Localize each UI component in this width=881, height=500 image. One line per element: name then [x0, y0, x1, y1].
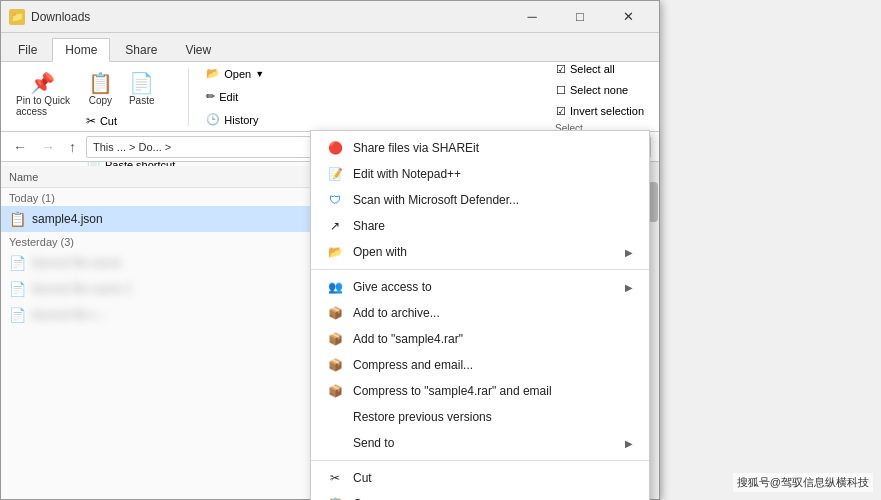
cut-label: Cut: [100, 115, 117, 127]
close-button[interactable]: ✕: [605, 1, 651, 33]
invert-icon: ☑: [556, 105, 566, 118]
copy-paste-row: 📋 Copy 📄 Paste: [81, 68, 180, 109]
separator-1: [311, 269, 649, 270]
copy-icon: 📋: [88, 71, 113, 95]
cut-icon: ✂: [86, 114, 96, 128]
send-to-arrow: ▶: [625, 438, 633, 449]
select-all-button[interactable]: ☑ Select all: [549, 60, 651, 79]
open-with-arrow: ▶: [625, 247, 633, 258]
paste-label: Paste: [129, 95, 155, 106]
ctx-add-sample4[interactable]: 📦 Add to "sample4.rar": [311, 326, 649, 352]
ctx-notepad[interactable]: 📝 Edit with Notepad++: [311, 161, 649, 187]
ctx-share[interactable]: ↗ Share: [311, 213, 649, 239]
give-access-arrow: ▶: [625, 282, 633, 293]
json-file-icon: 📋: [9, 211, 26, 227]
watermark: 搜狐号@驾驭信息纵横科技: [733, 473, 873, 492]
invert-selection-button[interactable]: ☑ Invert selection: [549, 102, 651, 121]
ribbon-tabs: File Home Share View: [1, 33, 659, 61]
paste-button[interactable]: 📄 Paste: [122, 68, 162, 109]
open-with-icon: 📂: [327, 244, 343, 260]
open-button[interactable]: 📂 Open ▼: [201, 64, 269, 83]
ctx-send-to[interactable]: Send to ▶: [311, 430, 649, 456]
select-none-icon: ☐: [556, 84, 566, 97]
defender-icon: 🛡: [327, 192, 343, 208]
archive-icon-1: 📦: [327, 305, 343, 321]
archive-icon-2: 📦: [327, 331, 343, 347]
give-access-icon: 👥: [327, 279, 343, 295]
ctx-cut[interactable]: ✂ Cut: [311, 465, 649, 491]
history-button[interactable]: 🕒 History: [201, 110, 269, 129]
separator-2: [311, 460, 649, 461]
pin-label: Pin to Quickaccess: [16, 95, 70, 117]
shareit-icon: 🔴: [327, 140, 343, 156]
paste-icon: 📄: [129, 71, 154, 95]
ctx-restore[interactable]: Restore previous versions: [311, 404, 649, 430]
ctx-give-access[interactable]: 👥 Give access to ▶: [311, 274, 649, 300]
cut-ctx-icon: ✂: [327, 470, 343, 486]
copy-label: Copy: [89, 95, 112, 106]
tab-file[interactable]: File: [5, 38, 50, 61]
maximize-button[interactable]: □: [557, 1, 603, 33]
ribbon-content: 📌 Pin to Quickaccess 📋 Copy 📄 Paste: [1, 61, 659, 131]
select-none-button[interactable]: ☐ Select none: [549, 81, 651, 100]
tab-share[interactable]: Share: [112, 38, 170, 61]
cut-button[interactable]: ✂ Cut: [81, 111, 180, 131]
title-bar: 📁 Downloads ─ □ ✕: [1, 1, 659, 33]
ctx-add-archive[interactable]: 📦 Add to archive...: [311, 300, 649, 326]
tab-view[interactable]: View: [172, 38, 224, 61]
select-group: ☑ Select all ☐ Select none ☑ Invert sele…: [549, 60, 651, 134]
file-icon-3: 📄: [9, 281, 26, 297]
file-icon-4: 📄: [9, 307, 26, 323]
share-icon: ↗: [327, 218, 343, 234]
ctx-shareit[interactable]: 🔴 Share files via SHAREit: [311, 135, 649, 161]
select-all-icon: ☑: [556, 63, 566, 76]
open-icon: 📂: [206, 67, 220, 80]
copy-ctx-icon: 📋: [327, 496, 343, 500]
ctx-compress-email[interactable]: 📦 Compress and email...: [311, 352, 649, 378]
minimize-button[interactable]: ─: [509, 1, 555, 33]
copy-button[interactable]: 📋 Copy: [81, 68, 120, 109]
window-title: Downloads: [31, 10, 509, 24]
tab-home[interactable]: Home: [52, 38, 110, 62]
open-group: 📂 Open ▼ ✏ Edit 🕒 History: [201, 64, 269, 129]
context-menu: 🔴 Share files via SHAREit 📝 Edit with No…: [310, 130, 650, 500]
send-to-icon: [327, 435, 343, 451]
ctx-copy[interactable]: 📋 Copy: [311, 491, 649, 500]
archive-icon-4: 📦: [327, 383, 343, 399]
up-button[interactable]: ↑: [65, 137, 80, 157]
window-icon: 📁: [9, 9, 25, 25]
ribbon: File Home Share View 📌 Pin to Quickacces…: [1, 33, 659, 132]
window-controls: ─ □ ✕: [509, 1, 651, 33]
back-button[interactable]: ←: [9, 137, 31, 157]
edit-button[interactable]: ✏ Edit: [201, 87, 269, 106]
restore-icon: [327, 409, 343, 425]
ctx-defender[interactable]: 🛡 Scan with Microsoft Defender...: [311, 187, 649, 213]
forward-button[interactable]: →: [37, 137, 59, 157]
open-arrow-icon: ▼: [255, 69, 264, 79]
archive-icon-3: 📦: [327, 357, 343, 373]
pin-button[interactable]: 📌 Pin to Quickaccess: [9, 68, 77, 120]
ctx-open-with[interactable]: 📂 Open with ▶: [311, 239, 649, 265]
pin-icon: 📌: [30, 71, 55, 95]
ctx-compress-email2[interactable]: 📦 Compress to "sample4.rar" and email: [311, 378, 649, 404]
edit-icon: ✏: [206, 90, 215, 103]
notepad-icon: 📝: [327, 166, 343, 182]
history-icon: 🕒: [206, 113, 220, 126]
clipboard-group: 📌 Pin to Quickaccess 📋 Copy 📄 Paste: [9, 68, 189, 126]
file-icon-2: 📄: [9, 255, 26, 271]
